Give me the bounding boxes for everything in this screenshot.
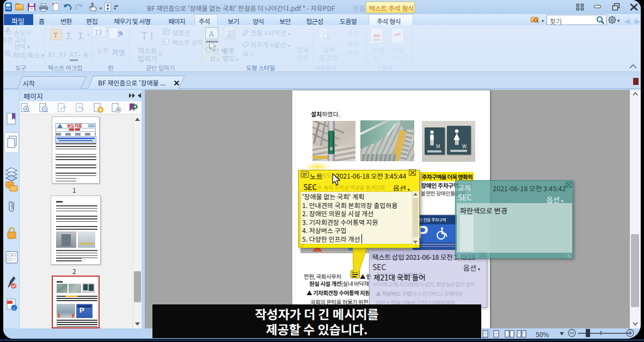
svg-text:i: i [14,306,15,311]
